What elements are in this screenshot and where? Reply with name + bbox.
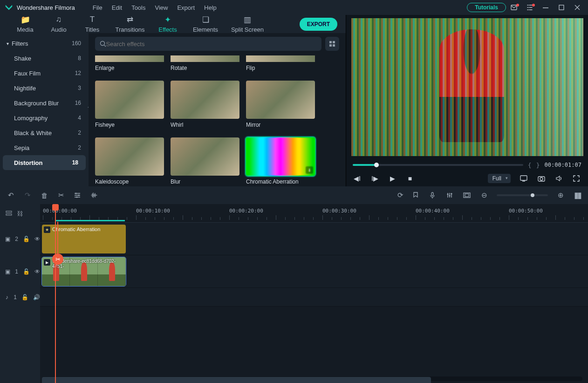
render-preview-icon[interactable]: ⟳ (396, 191, 404, 199)
zoom-out-icon[interactable]: ⊖ (480, 191, 488, 199)
export-button[interactable]: EXPORT (300, 18, 337, 31)
audio-waveform-icon[interactable] (90, 192, 99, 198)
lock-icon[interactable]: 🔓 (21, 294, 28, 301)
sidebar-item-background-blur[interactable]: Background Blur16 (0, 96, 89, 110)
volume-icon[interactable] (555, 175, 564, 182)
fullscreen-icon[interactable] (573, 175, 581, 182)
display-settings-icon[interactable] (520, 175, 528, 182)
effect-card-chromatic-aberration[interactable]: ⬇Chromatic Aberration (246, 137, 315, 185)
track-manager-icon[interactable] (6, 210, 12, 217)
preview-quality-select[interactable]: Full (488, 174, 511, 183)
effect-card-fisheye[interactable]: Fisheye (95, 81, 164, 128)
effect-label: Fisheye (95, 122, 164, 128)
tutorials-button[interactable]: Tutorials (467, 3, 506, 12)
ruler-tick: 00:00:10:00 (136, 208, 170, 214)
sidebar-group-filters[interactable]: Filters160 (0, 36, 89, 51)
track-header-audio[interactable]: ♪1 🔓 🔊 (0, 288, 40, 307)
tasks-icon[interactable] (522, 0, 538, 15)
menu-file[interactable]: File (88, 4, 107, 11)
effect-card-blur[interactable]: Blur (171, 137, 239, 185)
stop-button[interactable]: ■ (406, 175, 414, 182)
marker-icon[interactable] (413, 192, 421, 198)
tab-audio[interactable]: ♫Audio (42, 15, 75, 33)
sidebar-item-black-white[interactable]: Black & White2 (0, 125, 89, 140)
delete-button[interactable]: 🗑 (40, 192, 48, 199)
close-button[interactable] (569, 0, 585, 15)
svg-rect-20 (465, 194, 469, 197)
ruler-tick: 00:00:00:00 (43, 208, 77, 214)
track-header-fx[interactable]: ▣2 🔓 👁 (0, 223, 40, 255)
effect-card-rotate[interactable]: Rotate (171, 55, 239, 71)
minimize-button[interactable] (538, 0, 554, 15)
menu-help[interactable]: Help (199, 4, 221, 11)
lock-icon[interactable]: 🔓 (23, 268, 30, 275)
menu-tools[interactable]: Tools (127, 4, 150, 11)
sidebar-item-sepia[interactable]: Sepia2 (0, 140, 89, 155)
view-grid-button[interactable] (325, 37, 339, 51)
play-button[interactable]: ▶ (388, 175, 397, 182)
timeline-scrollbar[interactable] (42, 376, 582, 381)
download-icon[interactable]: ⬇ (306, 166, 313, 174)
cut-button[interactable]: ✂ (57, 191, 65, 199)
tab-titles[interactable]: TTitles (75, 15, 109, 33)
zoom-slider[interactable] (497, 194, 548, 196)
preview-viewport[interactable] (346, 15, 588, 159)
next-frame-button[interactable]: Ⅰ▶ (370, 175, 379, 182)
menu-edit[interactable]: Edit (107, 4, 127, 11)
search-icon (100, 41, 106, 47)
voiceover-icon[interactable] (430, 192, 438, 198)
speaker-icon[interactable]: 🔊 (33, 294, 40, 301)
tab-split-screen[interactable]: ▥Split Screen (226, 15, 268, 33)
aspect-adjust-icon[interactable] (463, 192, 472, 198)
effect-card-kaleidoscope[interactable]: Kaleidoscope (95, 137, 164, 185)
sidebar-item-lomography[interactable]: Lomography4 (0, 110, 89, 125)
redo-button[interactable]: ↷ (23, 191, 32, 199)
effect-card-mirror[interactable]: Mirror (246, 81, 315, 128)
timeline-tracks[interactable]: 00:00:00:0000:00:10:0000:00:20:0000:00:3… (40, 204, 588, 383)
svg-rect-7 (333, 44, 335, 47)
snapshot-icon[interactable] (538, 175, 546, 182)
audio-mixer-icon[interactable] (446, 192, 455, 198)
maximize-button[interactable] (554, 0, 569, 15)
lock-icon[interactable]: 🔓 (23, 236, 30, 242)
effect-card-whirl[interactable]: Whirl (171, 81, 239, 128)
zoom-in-icon[interactable]: ⊕ (556, 191, 565, 199)
timeline: ↶ ↷ 🗑 ✂ ⟳ ⊖ ⊕ ▮▮ ⛓ ▣2 🔓 👁 ▣1 (0, 186, 588, 383)
effect-label: Mirror (246, 122, 315, 128)
playhead[interactable] (55, 204, 56, 383)
tab-effects[interactable]: ✦Effects (151, 15, 185, 33)
sidebar-collapse-handle[interactable]: ◀ (88, 104, 89, 118)
clip-effect-chromatic[interactable]: ★ Chromatic Aberration (42, 225, 126, 253)
sidebar-item-nightlife[interactable]: Nightlife3 (0, 81, 89, 96)
scissor-playhead-icon[interactable]: ✂ (52, 253, 63, 265)
link-icon[interactable]: ⛓ (17, 210, 23, 217)
mark-in-button[interactable]: { (528, 162, 532, 169)
svg-rect-5 (333, 41, 335, 43)
tab-media[interactable]: 📁Media (8, 15, 42, 33)
track-header-video[interactable]: ▣1 🔓 👁 (0, 255, 40, 288)
tab-elements[interactable]: ❏Elements (185, 15, 226, 33)
sidebar-item-distortion[interactable]: Distortion18 (3, 155, 86, 170)
search-box[interactable] (95, 37, 321, 51)
search-input[interactable] (106, 41, 317, 48)
menu-export[interactable]: Export (172, 4, 199, 11)
preview-scrubber[interactable] (353, 164, 523, 166)
undo-button[interactable]: ↶ (7, 191, 15, 199)
message-icon[interactable] (506, 0, 522, 15)
prev-frame-button[interactable]: ◀Ⅰ (353, 175, 361, 182)
eye-icon[interactable]: 👁 (34, 268, 40, 275)
eye-icon[interactable]: 👁 (34, 236, 40, 242)
sidebar-item-faux-film[interactable]: Faux Film12 (0, 66, 89, 81)
menu-view[interactable]: View (150, 4, 172, 11)
adjust-button[interactable] (74, 192, 82, 198)
mark-out-button[interactable]: } (536, 162, 540, 169)
in-out-range[interactable] (55, 220, 125, 221)
effect-card-flip[interactable]: Flip (246, 55, 315, 71)
titlebar: Wondershare Filmora File Edit Tools View… (0, 0, 588, 15)
effect-label: Flip (246, 65, 315, 71)
effect-card-enlarge[interactable]: Enlarge (95, 55, 164, 71)
sidebar-item-shake[interactable]: Shake8 (0, 51, 89, 66)
zoom-to-fit-icon[interactable]: ▮▮ (573, 190, 581, 200)
main-menu: File Edit Tools View Export Help (88, 4, 221, 11)
tab-transitions[interactable]: ⇄Transitions (109, 15, 151, 33)
